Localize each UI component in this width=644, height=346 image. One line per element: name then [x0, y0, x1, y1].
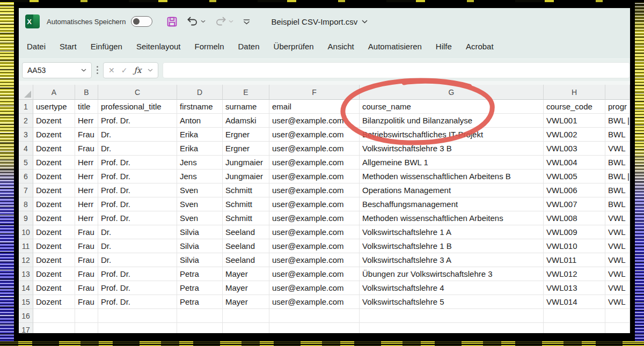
cell-A8[interactable]: Dozent	[33, 197, 75, 211]
cell-D9[interactable]: Sven	[177, 211, 223, 225]
cell-E13[interactable]: Mayer	[223, 267, 269, 281]
cell-D7[interactable]: Sven	[177, 183, 223, 197]
select-all-corner[interactable]	[19, 85, 33, 100]
cell-B12[interactable]: Frau	[75, 253, 98, 267]
cell-A13[interactable]: Dozent	[33, 267, 75, 281]
cell-D17[interactable]	[177, 323, 223, 333]
cell-A1[interactable]: usertype	[33, 100, 75, 114]
cell-I15[interactable]: VWL	[605, 295, 630, 309]
cell-B5[interactable]: Herr	[75, 156, 98, 170]
cell-G5[interactable]: Allgemeine BWL 1	[360, 156, 544, 170]
cell-E8[interactable]: Schmitt	[223, 197, 269, 211]
cell-H10[interactable]: VWL009	[544, 225, 605, 239]
cell-H3[interactable]: VWL002	[544, 128, 605, 142]
name-box[interactable]: AA53	[22, 62, 92, 78]
row-header-15[interactable]: 15	[19, 295, 33, 309]
cell-E9[interactable]: Schmitt	[223, 211, 269, 225]
cell-H1[interactable]: course_code	[544, 100, 605, 114]
cell-I6[interactable]: BWL |	[605, 170, 630, 183]
menu-item-ansicht[interactable]: Ansicht	[321, 35, 361, 58]
cell-E4[interactable]: Ergner	[223, 142, 269, 156]
cell-A15[interactable]: Dozent	[33, 295, 75, 309]
column-header-cut[interactable]	[605, 85, 630, 100]
cell-D4[interactable]: Erika	[177, 142, 223, 156]
cell-E10[interactable]: Seeland	[223, 225, 269, 239]
menu-item-seitenlayout[interactable]: Seitenlayout	[129, 35, 188, 58]
cell-F12[interactable]: user@example.com	[269, 253, 360, 267]
cancel-icon[interactable]: ✕	[108, 66, 115, 75]
cell-G13[interactable]: Übungen zur Volkswirtschaftslehre 3	[360, 267, 544, 281]
cell-D14[interactable]: Petra	[177, 281, 223, 295]
cell-B2[interactable]: Herr	[75, 114, 98, 128]
cell-D3[interactable]: Erika	[177, 128, 223, 142]
cell-E3[interactable]: Ergner	[223, 128, 269, 142]
row-header-17[interactable]: 17	[19, 323, 33, 333]
row-header-6[interactable]: 6	[19, 170, 33, 183]
cell-F11[interactable]: user@example.com	[269, 239, 360, 253]
row-header-2[interactable]: 2	[19, 114, 33, 128]
cell-I8[interactable]: BWL	[605, 197, 630, 211]
cell-D10[interactable]: Silvia	[177, 225, 223, 239]
cell-D13[interactable]: Petra	[177, 267, 223, 281]
cell-B7[interactable]: Herr	[75, 183, 98, 197]
cell-D2[interactable]: Anton	[177, 114, 223, 128]
cell-H5[interactable]: VWL004	[544, 156, 605, 170]
cell-A6[interactable]: Dozent	[33, 170, 75, 183]
cell-H9[interactable]: VWL008	[544, 211, 605, 225]
menu-item-start[interactable]: Start	[53, 35, 84, 58]
cell-I16[interactable]	[605, 309, 630, 323]
cell-C2[interactable]: Prof. Dr.	[98, 114, 177, 128]
cell-B13[interactable]: Frau	[75, 267, 98, 281]
cell-F9[interactable]: user@example.com	[269, 211, 360, 225]
cell-G11[interactable]: Volkswirtschaftslehre 1 B	[360, 239, 544, 253]
cell-E7[interactable]: Schmitt	[223, 183, 269, 197]
cell-A10[interactable]: Dozent	[33, 225, 75, 239]
menu-item-daten[interactable]: Daten	[231, 35, 267, 58]
cell-A11[interactable]: Dozent	[33, 239, 75, 253]
cell-I13[interactable]: VWL	[605, 267, 630, 281]
column-header-C[interactable]: C	[98, 85, 177, 100]
cell-G1[interactable]: course_name	[360, 100, 544, 114]
cell-C4[interactable]: Dr.	[98, 142, 177, 156]
cell-G16[interactable]	[360, 309, 544, 323]
cell-E16[interactable]	[223, 309, 269, 323]
cell-F6[interactable]: user@example.com	[269, 170, 360, 183]
cell-I4[interactable]: VWL	[605, 142, 630, 156]
menu-item-formeln[interactable]: Formeln	[188, 35, 231, 58]
cell-D5[interactable]: Jens	[177, 156, 223, 170]
cell-H12[interactable]: VWL011	[544, 253, 605, 267]
row-header-10[interactable]: 10	[19, 225, 33, 239]
cell-D6[interactable]: Jens	[177, 170, 223, 183]
cell-H4[interactable]: VWL003	[544, 142, 605, 156]
cell-C11[interactable]: Dr.	[98, 239, 177, 253]
cell-F13[interactable]: user@example.com	[269, 267, 360, 281]
cell-E12[interactable]: Seeland	[223, 253, 269, 267]
cell-G17[interactable]	[360, 323, 544, 333]
row-header-9[interactable]: 9	[19, 211, 33, 225]
cell-D1[interactable]: firstname	[177, 100, 223, 114]
cell-F17[interactable]	[269, 323, 360, 333]
cell-D15[interactable]: Petra	[177, 295, 223, 309]
cell-E2[interactable]: Adamski	[223, 114, 269, 128]
cell-I3[interactable]: BWL	[605, 128, 630, 142]
column-header-B[interactable]: B	[75, 85, 98, 100]
cell-A16[interactable]	[33, 309, 75, 323]
cell-F4[interactable]: user@example.com	[269, 142, 360, 156]
cell-C6[interactable]: Prof. Dr.	[98, 170, 177, 183]
cell-A7[interactable]: Dozent	[33, 183, 75, 197]
cell-B10[interactable]: Frau	[75, 225, 98, 239]
cell-F1[interactable]: email	[269, 100, 360, 114]
document-title[interactable]: Beispiel CSV-Import.csv	[271, 17, 368, 26]
cell-F7[interactable]: user@example.com	[269, 183, 360, 197]
cell-H14[interactable]: VWL013	[544, 281, 605, 295]
cell-I14[interactable]: VWL	[605, 281, 630, 295]
cell-D12[interactable]: Silvia	[177, 253, 223, 267]
cell-C13[interactable]: Prof. Dr.	[98, 267, 177, 281]
row-header-11[interactable]: 11	[19, 239, 33, 253]
cell-G6[interactable]: Methoden wissenschaftlichen Arbeitens B	[360, 170, 544, 183]
cell-B3[interactable]: Frau	[75, 128, 98, 142]
cell-B14[interactable]: Frau	[75, 281, 98, 295]
cell-I12[interactable]: VWL	[605, 253, 630, 267]
column-header-D[interactable]: D	[177, 85, 223, 100]
undo-button[interactable]	[187, 17, 206, 26]
